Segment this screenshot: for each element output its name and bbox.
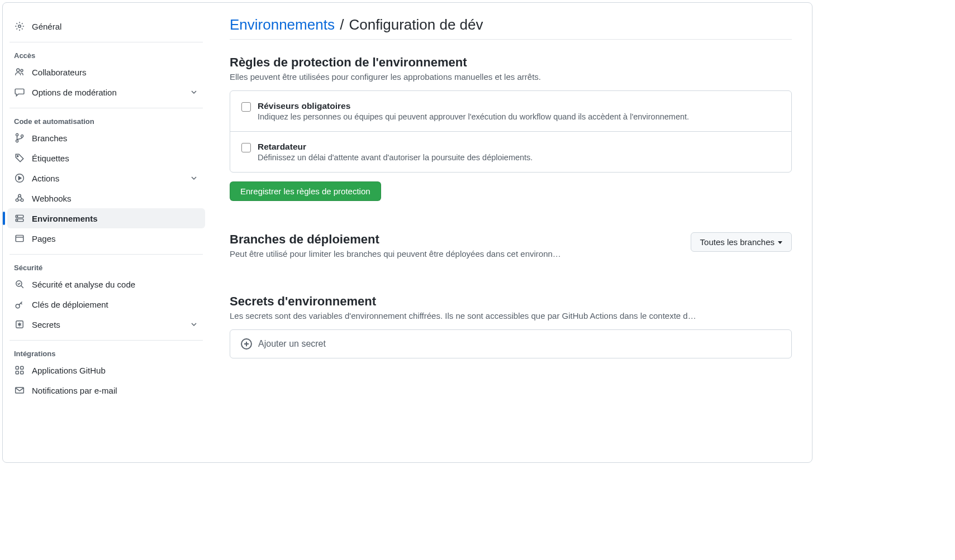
svg-point-3 [16,133,18,136]
sidebar-item-ghapps[interactable]: Applications GitHub [7,360,205,380]
codescan-icon [14,279,25,290]
svg-rect-22 [21,371,23,374]
svg-point-1 [17,69,20,71]
sidebar-item-collaborators[interactable]: Collaborateurs [7,62,205,82]
sidebar-item-secrets[interactable]: Secrets [7,314,205,334]
svg-point-14 [17,220,17,221]
divider [9,340,203,341]
svg-point-9 [21,199,23,202]
section-title: Secrets d'environnement [230,294,792,309]
webhook-icon [14,193,25,204]
checkbox[interactable] [241,143,251,152]
section-desc: Elles peuvent être utilisées pour config… [230,72,792,82]
svg-rect-15 [16,235,23,241]
sidebar-item-pages[interactable]: Pages [7,228,205,248]
rule-required-reviewers: Réviseurs obligatoires Indiquez les pers… [230,91,791,132]
sidebar-item-label: Actions [32,174,189,183]
chevron-down-icon [189,174,198,183]
rule-title: Réviseurs obligatoires [258,101,780,111]
sidebar-item-label: Général [32,22,198,31]
section-title: Branches de déploiement [230,232,677,247]
svg-point-4 [16,140,18,142]
asterisk-icon [14,319,25,330]
environment-secrets-section: Secrets d'environnement Les secrets sont… [230,294,792,358]
branches-dropdown[interactable]: Toutes les branches [691,232,792,252]
sidebar-item-environments[interactable]: Environnements [7,208,205,228]
rule-wait-timer: Retardateur Définissez un délai d'attent… [230,132,791,172]
checkbox[interactable] [241,102,251,112]
add-secret-label: Ajouter un secret [258,339,326,349]
tag-icon [14,152,25,164]
sidebar-item-label: Étiquettes [32,154,198,163]
sidebar-item-label: Environnements [32,214,198,223]
svg-rect-21 [16,371,18,374]
sidebar-item-label: Applications GitHub [32,366,198,375]
breadcrumb: Environnements / Configuration de dév [230,16,792,40]
divider [9,42,203,42]
sidebar-item-branches[interactable]: Branches [7,128,205,148]
server-icon [14,213,25,224]
svg-point-13 [17,216,17,217]
svg-rect-19 [16,366,18,369]
rule-desc: Indiquez les personnes ou équipes qui pe… [258,112,780,121]
sidebar-item-label: Secrets [32,320,189,329]
sidebar-item-tags[interactable]: Étiquettes [7,148,205,168]
settings-sidebar: Général Accès Collaborateurs Options de … [3,3,210,462]
svg-point-0 [18,25,21,28]
sidebar-item-emailnotif[interactable]: Notifications par e-mail [7,380,205,400]
rule-desc: Définissez un délai d'attente avant d'au… [258,153,780,162]
chevron-down-icon [189,88,198,97]
comment-icon [14,87,25,98]
svg-point-5 [21,135,23,137]
sidebar-item-label: Notifications par e-mail [32,386,198,395]
section-header-access: Accès [7,47,205,62]
section-header-code: Code et automatisation [7,113,205,128]
breadcrumb-separator: / [339,16,345,33]
sidebar-item-label: Collaborateurs [32,68,198,77]
sidebar-item-codesec[interactable]: Sécurité et analyse du code [7,274,205,294]
svg-point-2 [21,69,23,71]
gear-icon [14,21,25,32]
sidebar-item-label: Clés de déploiement [32,300,198,309]
sidebar-item-label: Branches [32,133,198,143]
section-desc: Peut être utilisé pour limiter les branc… [230,249,677,259]
people-icon [14,66,25,78]
svg-rect-20 [21,366,23,369]
sidebar-item-label: Pages [32,234,198,243]
sidebar-item-label: Options de modération [32,88,189,97]
mail-icon [14,385,25,396]
protection-rules-box: Réviseurs obligatoires Indiquez les pers… [230,90,792,173]
plus-circle-icon [240,338,253,350]
sidebar-item-label: Webhooks [32,194,198,203]
protection-rules-section: Règles de protection de l'environnement … [230,55,792,201]
sidebar-item-label: Sécurité et analyse du code [32,280,198,289]
section-desc: Les secrets sont des variables d'environ… [230,311,792,320]
branch-icon [14,132,25,143]
sidebar-item-moderation[interactable]: Options de modération [7,82,205,102]
rule-title: Retardateur [258,142,780,152]
dropdown-label: Toutes les branches [700,237,775,247]
svg-point-10 [18,194,21,197]
main-content: Environnements / Configuration de dév Rè… [210,3,812,462]
section-header-integrations: Intégrations [7,345,205,360]
section-header-security: Sécurité [7,259,205,274]
browser-icon [14,233,25,244]
sidebar-item-deploykeys[interactable]: Clés de déploiement [7,294,205,314]
svg-point-8 [16,199,18,202]
sidebar-item-actions[interactable]: Actions [7,168,205,188]
save-protection-button[interactable]: Enregistrer les règles de protection [230,181,381,201]
svg-point-16 [16,281,22,286]
apps-icon [14,365,25,376]
sidebar-item-general[interactable]: Général [7,16,205,36]
breadcrumb-parent-link[interactable]: Environnements [230,16,335,33]
key-icon [14,299,25,310]
add-secret-button[interactable]: Ajouter un secret [230,329,792,358]
sidebar-item-webhooks[interactable]: Webhooks [7,188,205,208]
divider [9,254,203,255]
caret-down-icon [778,241,782,244]
divider [9,108,203,108]
breadcrumb-current: Configuration de dév [349,16,483,33]
chevron-down-icon [189,320,198,329]
section-title: Règles de protection de l'environnement [230,55,792,70]
deployment-branches-section: Branches de déploiement Peut être utilis… [230,232,792,267]
